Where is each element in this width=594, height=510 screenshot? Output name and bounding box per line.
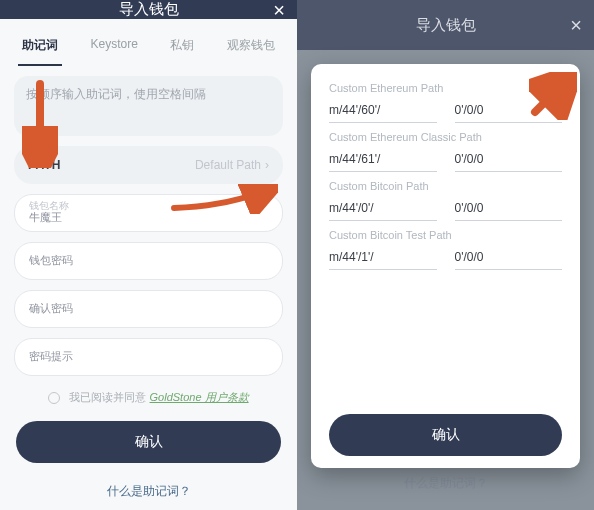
password-hint-field[interactable]: 密码提示 [14, 338, 283, 376]
path-prefix-input[interactable]: m/44'/1'/ [329, 247, 437, 270]
close-icon[interactable]: × [570, 14, 582, 37]
path-row-btc: m/44'/0'/ 0'/0/0 [329, 198, 562, 221]
help-link[interactable]: 什么是助记词？ [14, 483, 283, 500]
header-title: 导入钱包 [119, 0, 179, 19]
path-suffix-input[interactable]: 0'/0/0 [455, 100, 563, 123]
path-prefix-value: m/44'/60'/ [329, 103, 380, 117]
wallet-name-field[interactable]: 钱包名称 牛魔王 [14, 194, 283, 232]
header-title: 导入钱包 [416, 16, 476, 35]
path-prefix-value: m/44'/0'/ [329, 201, 374, 215]
mnemonic-placeholder: 按顺序输入助记词，使用空格间隔 [26, 87, 206, 101]
path-suffix-input[interactable]: 0'/0/0 [455, 247, 563, 270]
path-suffix-value: 0'/0/0 [455, 250, 484, 264]
confirm-password-field[interactable]: 确认密码 [14, 290, 283, 328]
header-bar: 导入钱包 × [297, 0, 594, 50]
path-section-label: Custom Ethereum Path [329, 82, 562, 94]
screen-left: 导入钱包 × 助记词 Keystore 私钥 观察钱包 按顺序输入助记词，使用空… [0, 0, 297, 510]
path-section-label: Custom Bitcoin Test Path [329, 229, 562, 241]
confirm-button[interactable]: 确认 [16, 421, 281, 463]
confirm-button-label: 确认 [135, 433, 163, 451]
confirm-password-label: 确认密码 [29, 302, 268, 315]
screen-right: 导入钱包 × 助记词 Keystore 私钥 观察钱包 确认 什么是助记词？ C… [297, 0, 594, 510]
path-value: Default Path › [195, 158, 269, 172]
path-suffix-input[interactable]: 0'/0/0 [455, 198, 563, 221]
tab-mnemonic[interactable]: 助记词 [18, 31, 62, 66]
path-prefix-value: m/44'/61'/ [329, 152, 380, 166]
help-link-dim: 什么是助记词？ [311, 475, 580, 492]
path-suffix-input[interactable]: 0'/0/0 [455, 149, 563, 172]
path-suffix-value: 0'/0/0 [455, 201, 484, 215]
path-prefix-input[interactable]: m/44'/0'/ [329, 198, 437, 221]
path-suffix-value: 0'/0/0 [455, 152, 484, 166]
tab-keystore[interactable]: Keystore [87, 31, 142, 66]
close-icon[interactable]: × [273, 0, 285, 21]
terms-prefix: 我已阅读并同意 [69, 391, 146, 403]
path-label: PATH [28, 158, 61, 172]
modal-confirm-button[interactable]: 确认 [329, 414, 562, 456]
help-link-text: 什么是助记词？ [404, 476, 488, 490]
path-prefix-input[interactable]: m/44'/61'/ [329, 149, 437, 172]
tab-watch[interactable]: 观察钱包 [223, 31, 279, 66]
tabs-row: 助记词 Keystore 私钥 观察钱包 [0, 19, 297, 66]
path-row[interactable]: PATH Default Path › [14, 146, 283, 184]
checkbox-icon[interactable] [48, 392, 60, 404]
mnemonic-input[interactable]: 按顺序输入助记词，使用空格间隔 [14, 76, 283, 136]
modal-confirm-label: 确认 [432, 426, 460, 444]
path-modal: Custom Ethereum Path m/44'/60'/ 0'/0/0 C… [311, 64, 580, 468]
wallet-password-field[interactable]: 钱包密码 [14, 242, 283, 280]
path-section-label: Custom Ethereum Classic Path [329, 131, 562, 143]
terms-link[interactable]: GoldStone 用户条款 [150, 391, 249, 403]
wallet-password-label: 钱包密码 [29, 254, 268, 267]
wallet-name-label: 钱包名称 [29, 201, 268, 211]
chevron-right-icon: › [265, 158, 269, 172]
header-bar: 导入钱包 × [0, 0, 297, 19]
path-row-eth: m/44'/60'/ 0'/0/0 [329, 100, 562, 123]
terms-row[interactable]: 我已阅读并同意 GoldStone 用户条款 [14, 390, 283, 405]
path-prefix-value: m/44'/1'/ [329, 250, 374, 264]
content-left: 按顺序输入助记词，使用空格间隔 PATH Default Path › 钱包名称… [0, 66, 297, 510]
password-hint-label: 密码提示 [29, 350, 268, 363]
path-suffix-value: 0'/0/0 [455, 103, 484, 117]
path-row-btctest: m/44'/1'/ 0'/0/0 [329, 247, 562, 270]
tab-privatekey[interactable]: 私钥 [166, 31, 198, 66]
path-row-etc: m/44'/61'/ 0'/0/0 [329, 149, 562, 172]
wallet-name-value: 牛魔王 [29, 211, 268, 224]
path-value-text: Default Path [195, 158, 261, 172]
path-prefix-input[interactable]: m/44'/60'/ [329, 100, 437, 123]
help-link-text: 什么是助记词？ [107, 484, 191, 498]
path-section-label: Custom Bitcoin Path [329, 180, 562, 192]
